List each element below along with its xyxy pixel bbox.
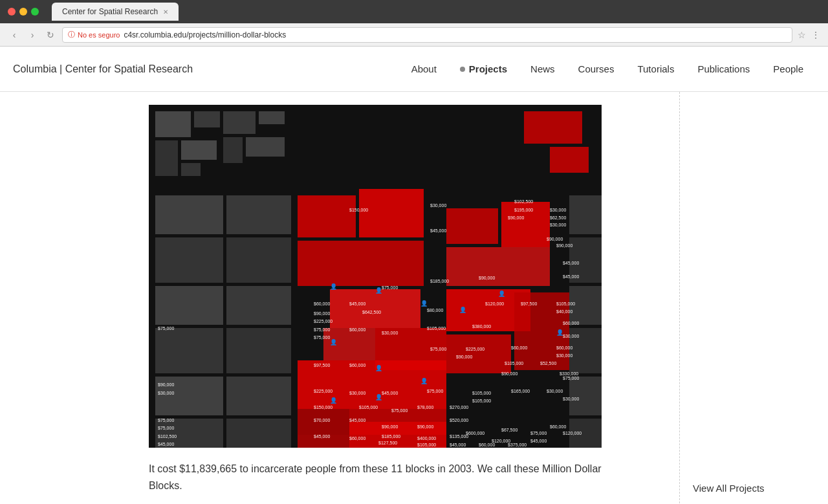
nav-link-about[interactable]: About [411, 63, 437, 74]
svg-text:$75,000: $75,000 [530, 431, 547, 435]
svg-text:$75,000: $75,000 [563, 376, 579, 380]
nav-item-publications[interactable]: Publications [686, 63, 761, 75]
svg-text:$30,000: $30,000 [550, 208, 566, 212]
svg-text:$75,000: $75,000 [430, 347, 446, 351]
svg-text:$105,000: $105,000 [505, 361, 523, 366]
svg-text:$75,000: $75,000 [158, 326, 174, 331]
site-nav: Columbia | Center for Spatial Research A… [0, 47, 828, 92]
svg-text:$105,000: $105,000 [472, 391, 491, 395]
nav-item-projects[interactable]: Projects [448, 63, 519, 74]
svg-text:$380,000: $380,000 [472, 324, 491, 329]
minimize-button[interactable] [19, 8, 27, 16]
svg-text:$90,000: $90,000 [556, 243, 572, 248]
svg-text:$70,000: $70,000 [314, 418, 330, 422]
main-content: $150,000 $30,000 $102,500 $30,000 $195,0… [0, 92, 828, 504]
svg-text:$102,500: $102,500 [158, 434, 177, 439]
svg-rect-28 [226, 237, 291, 283]
browser-tab[interactable]: Center for Spatial Research ✕ [52, 3, 179, 21]
svg-text:👤: 👤 [330, 397, 338, 404]
nav-link-courses[interactable]: Courses [578, 63, 615, 74]
nav-item-about[interactable]: About [400, 63, 448, 75]
active-indicator [460, 67, 465, 72]
svg-text:👤: 👤 [330, 338, 338, 346]
nav-link-people[interactable]: People [773, 63, 803, 74]
svg-text:👤: 👤 [459, 306, 467, 314]
close-button[interactable] [8, 8, 16, 16]
svg-text:👤: 👤 [420, 300, 428, 307]
svg-text:$75,000: $75,000 [382, 285, 398, 290]
svg-text:$60,000: $60,000 [550, 424, 566, 429]
nav-item-people[interactable]: People [761, 63, 815, 75]
svg-rect-33 [155, 195, 223, 234]
svg-rect-9 [246, 137, 285, 157]
svg-text:$60,000: $60,000 [511, 345, 527, 350]
svg-text:$90,000: $90,000 [501, 371, 518, 376]
nav-link-tutorials[interactable]: Tutorials [637, 63, 674, 74]
svg-text:$105,000: $105,000 [472, 399, 491, 403]
svg-text:👤: 👤 [330, 283, 338, 290]
svg-text:$45,000: $45,000 [158, 442, 174, 446]
svg-text:$150,000: $150,000 [314, 405, 332, 410]
svg-text:$375,000: $375,000 [508, 443, 527, 447]
nav-link-news[interactable]: News [530, 63, 555, 74]
view-all-projects-link[interactable]: View All Projects [693, 483, 765, 494]
svg-text:👤: 👤 [375, 287, 383, 294]
tab-title: Center for Spatial Research [62, 7, 158, 16]
reload-button[interactable]: ↻ [44, 30, 57, 40]
svg-text:$45,000: $45,000 [530, 439, 547, 443]
svg-text:$330,000: $330,000 [560, 371, 578, 376]
traffic-lights [8, 8, 39, 16]
svg-text:$90,000: $90,000 [382, 424, 398, 429]
svg-text:$60,000: $60,000 [479, 443, 495, 447]
svg-text:$270,000: $270,000 [450, 405, 468, 410]
bookmark-icon[interactable]: ☆ [798, 30, 806, 40]
sidebar-right: View All Projects [679, 92, 828, 504]
svg-text:$127,500: $127,500 [378, 441, 397, 445]
site-logo[interactable]: Columbia | Center for Spatial Research [13, 63, 193, 75]
svg-text:$45,000: $45,000 [382, 391, 398, 395]
svg-rect-6 [223, 111, 256, 134]
forward-button[interactable]: › [26, 30, 39, 40]
svg-text:$90,000: $90,000 [508, 215, 524, 220]
nav-item-news[interactable]: News [519, 63, 567, 75]
nav-link-publications[interactable]: Publications [697, 63, 750, 74]
svg-rect-25 [524, 111, 582, 144]
svg-text:$45,000: $45,000 [349, 418, 365, 422]
secure-label: No es seguro [78, 31, 120, 39]
svg-rect-29 [226, 286, 291, 325]
security-icon: ⓘ [68, 30, 75, 39]
svg-text:$75,000: $75,000 [391, 408, 408, 413]
svg-text:$30,000: $30,000 [430, 203, 446, 208]
svg-text:$105,000: $105,000 [417, 443, 436, 447]
svg-text:$80,000: $80,000 [427, 308, 443, 312]
svg-text:$225,000: $225,000 [314, 319, 332, 323]
svg-text:$135,000: $135,000 [450, 434, 468, 439]
tab-close-icon[interactable]: ✕ [163, 8, 168, 16]
svg-text:$90,000: $90,000 [547, 237, 563, 241]
svg-text:$97,500: $97,500 [521, 301, 537, 306]
nav-links: About Projects News Courses Tutorials Pu… [400, 63, 815, 75]
svg-rect-13 [330, 289, 420, 328]
svg-text:$30,000: $30,000 [547, 389, 563, 393]
svg-text:$75,000: $75,000 [314, 335, 330, 340]
nav-item-tutorials[interactable]: Tutorials [626, 63, 686, 75]
svg-text:$225,000: $225,000 [466, 347, 485, 351]
map-visualization: $150,000 $30,000 $102,500 $30,000 $195,0… [149, 105, 602, 448]
svg-rect-3 [155, 140, 178, 176]
svg-rect-31 [226, 377, 291, 415]
nav-item-courses[interactable]: Courses [567, 63, 626, 75]
back-button[interactable]: ‹ [8, 30, 21, 40]
menu-icon[interactable]: ⋮ [811, 30, 820, 40]
svg-text:$52,500: $52,500 [540, 361, 556, 366]
svg-rect-39 [569, 195, 602, 234]
svg-text:$105,000: $105,000 [359, 405, 378, 410]
svg-rect-16 [298, 360, 446, 409]
fullscreen-button[interactable] [31, 8, 39, 16]
address-bar[interactable]: ⓘ No es seguro c4sr.columbia.edu/project… [62, 27, 792, 43]
svg-rect-23 [446, 334, 511, 373]
svg-text:$120,000: $120,000 [492, 439, 510, 443]
svg-text:$67,500: $67,500 [501, 428, 518, 432]
nav-link-projects[interactable]: Projects [469, 63, 507, 74]
svg-text:$30,000: $30,000 [563, 397, 579, 401]
svg-text:$120,000: $120,000 [485, 301, 504, 306]
